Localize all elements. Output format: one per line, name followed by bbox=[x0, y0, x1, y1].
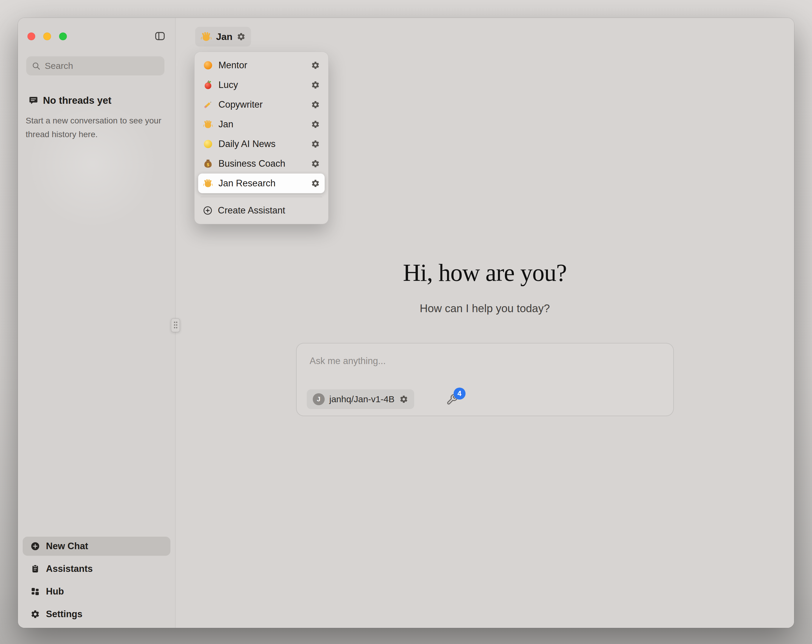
assistant-menu-item-business-coach[interactable]: Business Coach bbox=[198, 154, 325, 174]
orange-circle-emoji-icon bbox=[203, 60, 213, 70]
search-field[interactable] bbox=[26, 56, 165, 75]
chat-bubble-icon bbox=[29, 96, 38, 105]
assistant-menu-item-jan[interactable]: Jan bbox=[198, 114, 325, 134]
greeting-subtitle: How can I help you today? bbox=[176, 302, 794, 315]
create-assistant-label: Create Assistant bbox=[218, 205, 320, 216]
assistant-edit-button[interactable] bbox=[311, 140, 320, 148]
assistant-menu-item-lucy[interactable]: Lucy bbox=[198, 75, 325, 95]
assistant-edit-button[interactable] bbox=[311, 61, 320, 70]
gear-icon bbox=[311, 179, 320, 188]
assistant-menu-item-jan-research[interactable]: Jan Research bbox=[198, 174, 325, 193]
nav-label: Assistants bbox=[46, 563, 93, 574]
sidebar: No threads yet Start a new conversation … bbox=[18, 18, 176, 628]
yellow-circle-emoji-icon bbox=[203, 139, 213, 149]
plus-circle-icon bbox=[31, 542, 40, 551]
search-icon bbox=[32, 61, 41, 70]
model-settings-icon[interactable] bbox=[399, 395, 408, 404]
nav-label: Hub bbox=[46, 586, 64, 597]
assistants-clipboard-icon bbox=[31, 564, 40, 574]
pencil-emoji-icon bbox=[203, 100, 213, 110]
sidebar-nav: New Chat Assistants Hub Settings bbox=[23, 537, 170, 624]
wave-emoji-icon bbox=[203, 178, 213, 189]
assistant-edit-button[interactable] bbox=[311, 81, 320, 90]
gear-icon bbox=[311, 61, 320, 70]
assistant-menu: Mentor Lucy Copywriter Jan Daily AI News bbox=[194, 52, 328, 224]
sidebar-item-assistants[interactable]: Assistants bbox=[23, 559, 170, 579]
gear-icon bbox=[311, 159, 320, 168]
assistant-edit-button[interactable] bbox=[311, 100, 320, 109]
assistant-label: Copywriter bbox=[218, 99, 305, 110]
greeting-title: Hi, how are you? bbox=[176, 259, 794, 287]
tools-count-badge: 4 bbox=[453, 388, 466, 399]
assistant-label: Mentor bbox=[218, 60, 305, 71]
assistant-label: Jan Research bbox=[218, 178, 305, 189]
assistant-label: Business Coach bbox=[218, 158, 305, 169]
drag-dots-icon bbox=[174, 321, 177, 329]
apple-emoji-icon bbox=[203, 80, 213, 90]
window-controls bbox=[27, 32, 67, 40]
greeting-block: Hi, how are you? How can I help you toda… bbox=[176, 259, 794, 315]
model-selector[interactable]: J janhq/Jan-v1-4B bbox=[307, 390, 414, 409]
minimize-window-button[interactable] bbox=[43, 32, 51, 40]
assistant-edit-button[interactable] bbox=[311, 159, 320, 168]
sidebar-toggle-button[interactable] bbox=[153, 30, 166, 42]
gear-icon bbox=[311, 81, 320, 90]
assistant-label: Lucy bbox=[218, 79, 305, 90]
sidebar-panel-icon bbox=[154, 31, 166, 41]
assistant-label: Daily AI News bbox=[218, 139, 305, 149]
empty-state-description: Start a new conversation to see your thr… bbox=[26, 114, 163, 141]
message-input[interactable] bbox=[309, 355, 661, 367]
wave-emoji-icon bbox=[203, 119, 213, 129]
assistant-switcher[interactable]: Jan bbox=[195, 27, 251, 47]
wave-emoji-icon bbox=[200, 31, 212, 42]
gear-icon bbox=[31, 609, 40, 619]
assistant-menu-item-copywriter[interactable]: Copywriter bbox=[198, 95, 325, 114]
app-window: No threads yet Start a new conversation … bbox=[18, 18, 794, 628]
create-assistant-button[interactable]: Create Assistant bbox=[198, 201, 325, 220]
model-avatar: J bbox=[313, 393, 325, 405]
gear-icon bbox=[311, 140, 320, 148]
close-window-button[interactable] bbox=[27, 32, 35, 40]
nav-label: New Chat bbox=[46, 541, 88, 551]
nav-label: Settings bbox=[46, 609, 82, 620]
composer: J janhq/Jan-v1-4B 4 bbox=[296, 343, 674, 416]
search-input[interactable] bbox=[44, 61, 159, 71]
gear-icon bbox=[311, 100, 320, 109]
main-area: Jan Mentor Lucy Copywriter Jan bbox=[176, 18, 794, 628]
menu-divider bbox=[200, 197, 322, 197]
zoom-window-button[interactable] bbox=[59, 32, 67, 40]
assistant-settings-icon[interactable] bbox=[237, 32, 246, 41]
empty-state-header: No threads yet bbox=[29, 95, 111, 106]
assistant-edit-button[interactable] bbox=[311, 120, 320, 129]
sidebar-item-settings[interactable]: Settings bbox=[23, 604, 170, 624]
money-bag-emoji-icon bbox=[203, 158, 213, 169]
assistant-label: Jan bbox=[218, 119, 305, 130]
sidebar-item-hub[interactable]: Hub bbox=[23, 582, 170, 601]
hub-grid-icon bbox=[31, 587, 40, 596]
gear-icon bbox=[311, 120, 320, 129]
current-assistant-name: Jan bbox=[216, 31, 232, 42]
assistant-menu-item-daily-ai-news[interactable]: Daily AI News bbox=[198, 134, 325, 154]
sidebar-resize-handle[interactable] bbox=[171, 318, 180, 332]
model-name: janhq/Jan-v1-4B bbox=[330, 394, 394, 404]
sidebar-item-new-chat[interactable]: New Chat bbox=[23, 537, 170, 556]
plus-circle-outline-icon bbox=[203, 206, 212, 215]
tools-button[interactable]: 4 bbox=[445, 393, 459, 406]
empty-state-title: No threads yet bbox=[43, 95, 111, 106]
assistant-edit-button[interactable] bbox=[311, 179, 320, 188]
assistant-menu-item-mentor[interactable]: Mentor bbox=[198, 55, 325, 75]
